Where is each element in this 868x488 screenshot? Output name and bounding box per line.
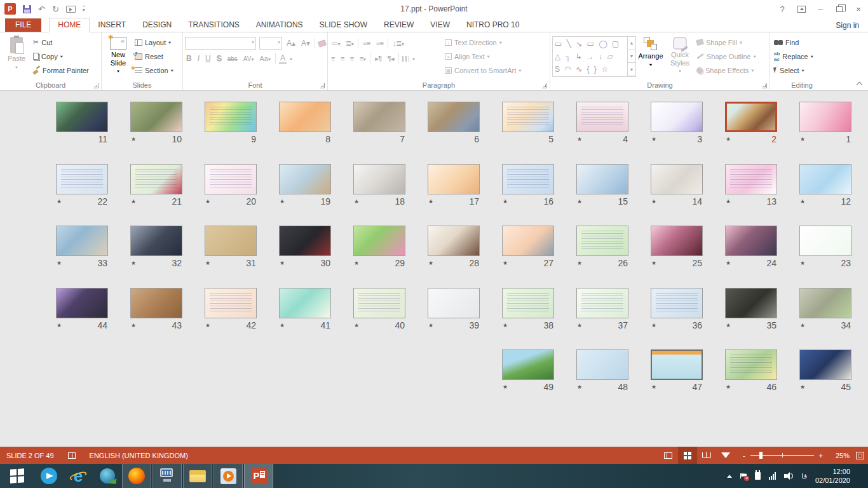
align-center-button[interactable]: ≡: [339, 55, 346, 62]
shape-gallery[interactable]: ▭ ╲ ↘ ▭ ◯ ▢ △ ┐ ↳ → ↓ ▱ S ◠ ∿ { } ☆ ▲▼▼: [552, 36, 636, 77]
start-from-beginning-icon[interactable]: [66, 6, 76, 13]
animation-star-icon[interactable]: ★: [354, 198, 360, 205]
strikethrough-button[interactable]: abc: [226, 55, 239, 62]
text-shadow-button[interactable]: S: [215, 54, 223, 63]
reading-view-button[interactable]: [697, 447, 716, 464]
close-icon[interactable]: ×: [849, 1, 868, 17]
animation-star-icon[interactable]: ★: [577, 322, 583, 329]
slide-thumbnail-43[interactable]: [130, 288, 182, 318]
convert-to-smartart-button[interactable]: ▦Convert to SmartArt▾: [443, 64, 523, 77]
slide-thumbnail-37[interactable]: [576, 288, 628, 318]
animation-star-icon[interactable]: ★: [131, 136, 137, 142]
columns-icon[interactable]: [402, 56, 409, 62]
tab-transitions[interactable]: TRANSITIONS: [180, 18, 248, 32]
minimize-icon[interactable]: –: [811, 1, 830, 17]
shape-fill-button[interactable]: Shape Fill▾: [695, 36, 758, 49]
align-left-button[interactable]: ≡: [330, 55, 336, 62]
slide-sorter[interactable]: 11★1098765★4★3★2★1★22★21★20★19★18★17★16★…: [0, 92, 868, 447]
tab-home[interactable]: HOME: [49, 18, 90, 32]
paste-button[interactable]: Paste ▾: [2, 34, 31, 79]
change-case-button[interactable]: Aa▾: [258, 55, 271, 62]
animation-star-icon[interactable]: ★: [800, 198, 806, 205]
font-color-button[interactable]: A: [279, 53, 287, 64]
replace-button[interactable]: abacReplace▾: [772, 50, 815, 63]
clock[interactable]: 12:00 02/01/2020: [815, 467, 854, 485]
tab-file[interactable]: FILE: [5, 18, 41, 32]
animation-star-icon[interactable]: ★: [651, 136, 658, 142]
slide-thumbnail-20[interactable]: [205, 164, 257, 194]
animation-star-icon[interactable]: ★: [651, 260, 658, 266]
text-direction-button[interactable]: ↕Text Direction▾: [443, 36, 523, 49]
normal-view-button[interactable]: [659, 447, 678, 464]
bold-button[interactable]: B: [185, 54, 193, 63]
slide-thumbnail-16[interactable]: [502, 164, 554, 194]
start-button[interactable]: [0, 464, 34, 488]
find-button[interactable]: Find: [772, 36, 815, 49]
align-right-button[interactable]: ≡: [349, 55, 355, 62]
taskbar-on-screen-keyboard[interactable]: [153, 464, 182, 488]
speaker-icon[interactable]: [784, 472, 793, 480]
taskbar-internet-explorer[interactable]: e: [64, 464, 93, 488]
slide-thumbnail-27[interactable]: [502, 226, 554, 256]
animation-star-icon[interactable]: ★: [57, 260, 63, 266]
slide-thumbnail-18[interactable]: [353, 164, 405, 194]
shrink-font-button[interactable]: A▾: [300, 39, 311, 48]
format-painter-button[interactable]: Format Painter: [31, 64, 91, 77]
animation-star-icon[interactable]: ★: [726, 322, 732, 329]
zoom-out-button[interactable]: -: [743, 452, 745, 459]
animation-star-icon[interactable]: ★: [205, 198, 212, 205]
animation-star-icon[interactable]: ★: [577, 136, 583, 142]
animation-star-icon[interactable]: ★: [577, 384, 583, 390]
slide-thumbnail-22[interactable]: [56, 164, 108, 194]
tab-design[interactable]: DESIGN: [134, 18, 180, 32]
slide-thumbnail-32[interactable]: [130, 226, 182, 256]
align-text-button[interactable]: ≡Align Text▾: [443, 50, 523, 63]
restore-icon[interactable]: [830, 1, 849, 17]
grow-font-button[interactable]: A▴: [285, 39, 297, 48]
taskbar-powerpoint[interactable]: P: [244, 464, 273, 488]
taskbar-firefox[interactable]: [122, 464, 151, 488]
slide-thumbnail-25[interactable]: [651, 226, 703, 256]
slide-show-button[interactable]: [716, 447, 735, 464]
ribbon-display-options-icon[interactable]: [792, 1, 811, 17]
slide-thumbnail-21[interactable]: [130, 164, 182, 194]
collapse-ribbon-icon[interactable]: [857, 82, 863, 88]
animation-star-icon[interactable]: ★: [800, 260, 806, 266]
network-signal-icon[interactable]: [769, 472, 776, 480]
slide-thumbnail-39[interactable]: [428, 288, 480, 318]
animation-star-icon[interactable]: ★: [503, 260, 509, 266]
slide-thumbnail-15[interactable]: [576, 164, 628, 194]
taskbar-telegram[interactable]: [34, 464, 64, 488]
animation-star-icon[interactable]: ★: [800, 322, 806, 329]
animation-star-icon[interactable]: ★: [57, 322, 63, 329]
zoom-percentage[interactable]: 25%: [828, 452, 850, 459]
section-button[interactable]: Section▾: [133, 64, 175, 77]
slide-thumbnail-36[interactable]: [651, 288, 703, 318]
reset-button[interactable]: Reset: [133, 50, 175, 63]
justify-button[interactable]: ≡▾: [358, 55, 367, 62]
animation-star-icon[interactable]: ★: [577, 260, 583, 266]
paragraph-dialog-launcher[interactable]: [542, 83, 547, 88]
clear-formatting-icon[interactable]: [318, 39, 327, 48]
slide-thumbnail-5[interactable]: [502, 102, 554, 132]
animation-star-icon[interactable]: ★: [726, 198, 732, 205]
italic-button[interactable]: I: [196, 54, 201, 63]
animation-star-icon[interactable]: ★: [503, 198, 509, 205]
zoom-slider[interactable]: [750, 455, 814, 456]
animation-star-icon[interactable]: ★: [280, 260, 286, 266]
slide-thumbnail-34[interactable]: [799, 288, 851, 318]
slide-thumbnail-3[interactable]: [651, 102, 703, 132]
fit-to-window-icon[interactable]: [856, 452, 864, 459]
new-slide-button[interactable]: New Slide ▾: [104, 34, 133, 79]
animation-star-icon[interactable]: ★: [354, 260, 360, 266]
bullets-button[interactable]: ≔▾: [330, 39, 341, 48]
animation-star-icon[interactable]: ★: [800, 136, 806, 142]
animation-star-icon[interactable]: ★: [354, 322, 360, 329]
tab-review[interactable]: REVIEW: [376, 18, 422, 32]
animation-star-icon[interactable]: ★: [651, 198, 658, 205]
shape-outline-button[interactable]: Shape Outline▾: [695, 50, 758, 63]
tab-nitro-pro-10[interactable]: NITRO PRO 10: [458, 18, 527, 32]
ltr-direction-button[interactable]: ▸¶: [374, 55, 383, 63]
tab-view[interactable]: VIEW: [422, 18, 458, 32]
animation-star-icon[interactable]: ★: [131, 322, 137, 329]
